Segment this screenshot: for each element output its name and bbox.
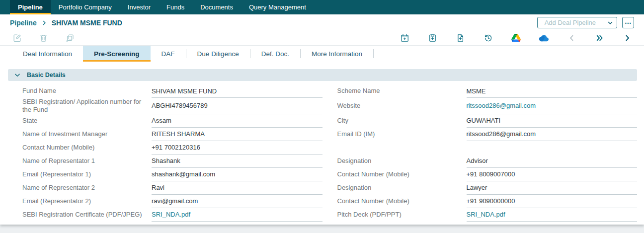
nav-tab-documents[interactable]: Documents: [192, 0, 241, 14]
basic-details-section-header[interactable]: Basic Details: [8, 69, 637, 81]
field-label-designation-2: Designation: [337, 181, 467, 195]
form-row: Name of Representator 1 Shashank Designa…: [22, 155, 637, 168]
add-deal-pipeline-label: Add Deal Pipeline: [538, 17, 603, 28]
basic-details-card: Basic Details Fund Name SHIVAM MSME FUND…: [0, 62, 644, 225]
field-label-sebi-registration-number: SEBI Registration/ Application number fo…: [22, 98, 152, 114]
chevron-right-icon[interactable]: [622, 33, 632, 43]
field-value-sebi-certificate-file-link[interactable]: SRI_NDA.pdf: [152, 208, 322, 222]
tab-pre-screening[interactable]: Pre-Screening: [83, 46, 151, 62]
field-value-scheme-name[interactable]: MSME: [467, 84, 638, 98]
field-label-contact-number-2: Contact Number (Mobile): [337, 195, 467, 208]
field-value-fund-name[interactable]: SHIVAM MSME FUND: [152, 84, 322, 98]
tab-deal-information[interactable]: Deal Information: [12, 46, 83, 62]
nav-tab-pipeline[interactable]: Pipeline: [10, 0, 51, 14]
onedrive-icon[interactable]: [539, 33, 549, 43]
form-row: Fund Name SHIVAM MSME FUND Scheme Name M…: [22, 84, 637, 98]
field-value-representator-2-email[interactable]: ravi@gmail.com: [152, 195, 322, 208]
field-label-representator-1-name: Name of Representator 1: [22, 155, 152, 168]
field-label-city: City: [337, 114, 467, 128]
history-icon[interactable]: [483, 33, 493, 43]
add-deal-pipeline-button[interactable]: Add Deal Pipeline: [537, 17, 617, 28]
field-label-empty: [337, 141, 467, 155]
field-label-website: Website: [337, 98, 467, 114]
calendar-add-icon[interactable]: [400, 33, 409, 43]
form-row: Email (Representator 1) shashank@gmail.c…: [22, 168, 637, 181]
page-body: Pipeline SHIVAM MSME FUND Add Deal Pipel…: [0, 14, 644, 225]
delete-icon[interactable]: [38, 33, 48, 43]
chevron-down-icon: [14, 72, 21, 78]
form-row: Name of Representator 2 Ravi Designation…: [22, 181, 637, 195]
detail-tabbar: Deal Information Pre-Screening DAF Due D…: [0, 46, 644, 62]
field-label-representator-2-email: Email (Representator 2): [22, 195, 152, 208]
chevron-left-icon[interactable]: [566, 33, 576, 43]
field-label-state: State: [22, 114, 152, 128]
field-value-designation-1[interactable]: Advisor: [467, 155, 638, 168]
field-label-sebi-certificate: SEBI Registration Certificate (PDF/JPEG): [22, 208, 152, 222]
google-drive-icon[interactable]: [511, 33, 521, 43]
form-row: SEBI Registration/ Application number fo…: [22, 98, 637, 114]
field-value-website-link[interactable]: ritssood286@gmail.com: [467, 98, 638, 114]
field-value-contact-number-im[interactable]: +91 7002120316: [152, 141, 322, 155]
field-label-fund-name: Fund Name: [22, 84, 152, 98]
nav-tab-portfolio-company[interactable]: Portfolio Company: [51, 0, 120, 14]
section-title: Basic Details: [27, 72, 66, 78]
field-label-representator-2-name: Name of Representator 2: [22, 181, 152, 195]
nav-tab-query-management[interactable]: Query Management: [241, 0, 314, 14]
field-label-contact-number-im: Contact Number (Mobile): [22, 141, 152, 155]
field-value-representator-1-email[interactable]: shashank@gmail.com: [152, 168, 322, 181]
field-value-representator-1-name[interactable]: Shashank: [152, 155, 322, 168]
field-value-email-im[interactable]: ritssood286@gmail.com: [467, 128, 638, 141]
field-value-sebi-registration-number[interactable]: ABGHI4789456789: [152, 98, 322, 114]
field-value-investment-manager[interactable]: RITESH SHARMA: [152, 128, 322, 141]
nav-tab-funds[interactable]: Funds: [159, 0, 192, 14]
field-label-representator-1-email: Email (Representator 1): [22, 168, 152, 181]
chevron-down-icon[interactable]: [603, 17, 617, 28]
field-value-city[interactable]: GUWAHATI: [467, 114, 638, 128]
field-label-pitch-deck: Pitch Deck (PDF/PPT): [337, 208, 467, 222]
tab-more-information[interactable]: More Information: [301, 46, 373, 62]
record-toolbar: [0, 31, 644, 46]
field-value-representator-2-name[interactable]: Ravi: [152, 181, 322, 195]
duplicate-icon[interactable]: [65, 33, 75, 43]
form-row: SEBI Registration Certificate (PDF/JPEG)…: [22, 208, 637, 222]
tab-due-diligence[interactable]: Due Diligence: [186, 46, 250, 62]
field-value-designation-2[interactable]: Lawyer: [467, 181, 638, 195]
field-value-pitch-deck-file-link[interactable]: SRI_NDA.pdf: [467, 208, 638, 222]
breadcrumb-current: SHIVAM MSME FUND: [52, 19, 122, 27]
field-label-email-im: Email ID (IM): [337, 128, 467, 141]
tab-def-doc[interactable]: Def. Doc.: [250, 46, 300, 62]
top-navbar: Pipeline Portfolio Company Investor Fund…: [0, 0, 644, 14]
form-row: Name of Investment Manager RITESH SHARMA…: [22, 128, 637, 141]
field-label-designation-1: Designation: [337, 155, 467, 168]
field-label-scheme-name: Scheme Name: [337, 84, 467, 98]
field-value-state[interactable]: Assam: [152, 114, 322, 128]
clipboard-add-icon[interactable]: [427, 33, 437, 43]
file-add-icon[interactable]: [455, 33, 465, 43]
edit-icon[interactable]: [12, 33, 22, 43]
field-value-contact-number-2[interactable]: +91 9090000000: [467, 195, 638, 208]
chevron-right-icon: [41, 20, 47, 26]
form-row: Email (Representator 2) ravi@gmail.com C…: [22, 195, 637, 208]
tab-daf[interactable]: DAF: [151, 46, 186, 62]
double-chevron-right-icon[interactable]: [594, 33, 604, 43]
form-row: Contact Number (Mobile) +91 7002120316: [22, 141, 637, 155]
field-value-empty: [467, 141, 638, 155]
field-label-contact-number-1: Contact Number (Mobile): [337, 168, 467, 181]
breadcrumb: Pipeline SHIVAM MSME FUND Add Deal Pipel…: [0, 14, 644, 31]
tab-divider: [373, 49, 374, 58]
form-row: State Assam City GUWAHATI: [22, 114, 637, 128]
breadcrumb-root[interactable]: Pipeline: [10, 19, 37, 27]
more-options-button[interactable]: ⋯: [622, 17, 634, 28]
field-label-investment-manager: Name of Investment Manager: [22, 128, 152, 141]
nav-tab-investor[interactable]: Investor: [120, 0, 159, 14]
basic-details-form: Fund Name SHIVAM MSME FUND Scheme Name M…: [8, 81, 637, 222]
field-value-contact-number-1[interactable]: +91 8009007000: [467, 168, 638, 181]
